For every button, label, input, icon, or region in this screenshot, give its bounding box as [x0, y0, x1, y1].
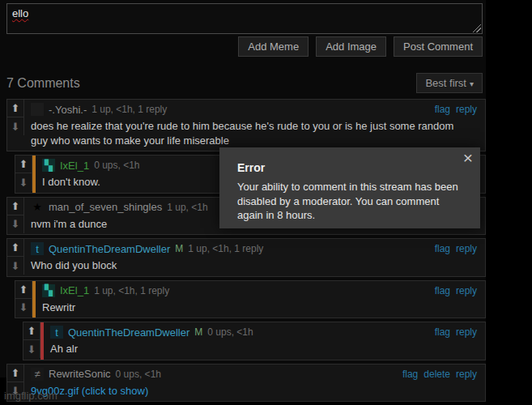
flag-link[interactable]: flag	[435, 243, 450, 254]
comment-meta: 1 up, <1h, 1 reply	[188, 243, 263, 254]
comment-text: does he realize that you're rude to him …	[31, 119, 479, 147]
comment-actions: flagdeletereply	[402, 369, 479, 380]
vote-controls: ⬆ ⬇	[7, 100, 24, 151]
reply-link[interactable]: reply	[456, 326, 477, 338]
comment-meta: 1 up, <1h	[167, 202, 207, 213]
comment-body: t QuentinTheDreamDweller M 0 ups, <1h fl…	[44, 322, 485, 360]
delete-link[interactable]: delete	[423, 369, 450, 380]
upvote-button[interactable]: ⬆	[15, 156, 32, 173]
username-link[interactable]: RewriteSonic	[49, 368, 111, 380]
upvote-button[interactable]: ⬆	[15, 281, 32, 299]
moderator-badge: M	[194, 326, 202, 338]
down-arrow-icon: ⬇	[28, 344, 36, 355]
error-modal-body: Your ability to comment in this stream h…	[237, 180, 462, 223]
downvote-button[interactable]: ⬇	[7, 257, 24, 275]
down-arrow-icon: ⬇	[19, 302, 28, 313]
comment-row: ⬆ ⬇ -.Yoshi.- 1 up, <1h, 1 reply flagrep…	[6, 99, 486, 151]
comment-header: ≠ RewriteSonic 0 ups, <1h flagdeleterepl…	[31, 368, 479, 381]
comment-text: Ah alr	[50, 342, 479, 356]
sort-dropdown-label: Best first	[425, 77, 466, 89]
down-arrow-icon: ⬇	[19, 177, 28, 188]
avatar[interactable]: t	[50, 326, 63, 339]
upvote-button[interactable]: ⬆	[7, 100, 24, 117]
comment-actions: flagreply	[435, 243, 479, 254]
up-arrow-icon: ⬆	[11, 242, 20, 253]
comment-actions: flagreply	[435, 326, 479, 338]
gif-link[interactable]: 9vg00z.gif (click to show)	[31, 384, 479, 399]
flag-link[interactable]: flag	[435, 285, 450, 296]
comments-count-heading: 7 Comments	[6, 76, 80, 91]
downvote-button[interactable]: ⬇	[23, 340, 40, 358]
reply-link[interactable]: reply	[456, 104, 477, 115]
username-link[interactable]: IxEl_1	[60, 284, 89, 296]
reply-link[interactable]: reply	[456, 369, 477, 380]
upvote-button[interactable]: ⬆	[23, 322, 40, 340]
comment-body: -.Yoshi.- 1 up, <1h, 1 reply flagreply d…	[24, 100, 485, 151]
add-meme-button[interactable]: Add Meme	[238, 36, 309, 57]
comment-section-page: ello Add Meme Add Image Post Comment 7 C…	[0, 0, 532, 405]
flag-link[interactable]: flag	[435, 326, 450, 338]
comment-input[interactable]: ello	[6, 3, 483, 34]
downvote-button[interactable]: ⬇	[7, 215, 24, 233]
avatar[interactable]: ★	[31, 201, 44, 214]
post-comment-button[interactable]: Post Comment	[394, 36, 483, 57]
downvote-button[interactable]: ⬇	[7, 117, 24, 135]
avatar[interactable]: t	[31, 242, 44, 255]
add-image-button[interactable]: Add Image	[316, 36, 386, 57]
comment-meta: 0 ups, <1h	[207, 326, 253, 338]
down-arrow-icon: ⬇	[11, 261, 20, 271]
avatar[interactable]: ▚	[42, 159, 55, 172]
imgflip-watermark: imgflip.com	[4, 390, 57, 402]
comment-row: ⬆ ⬇ ≠ RewriteSonic 0 ups, <1h flagdelete…	[6, 364, 486, 403]
comment-row: ⬆ ⬇ t QuentinTheDreamDweller M 0 ups, <1…	[23, 322, 486, 360]
downvote-button[interactable]: ⬇	[15, 173, 32, 191]
sort-dropdown[interactable]: Best first▾	[416, 73, 483, 93]
up-arrow-icon: ⬆	[19, 284, 28, 295]
up-arrow-icon: ⬆	[28, 326, 36, 336]
downvote-button[interactable]: ⬇	[15, 299, 32, 317]
comment-body: ▚ IxEl_1 1 up, <1h, 1 reply flagreply Re…	[36, 281, 485, 318]
comment-input-text: ello	[12, 7, 28, 19]
down-arrow-icon: ⬇	[11, 219, 20, 229]
comment-row: ⬆ ⬇ ▚ IxEl_1 1 up, <1h, 1 reply flagrepl…	[15, 280, 486, 319]
comment-header: ▚ IxEl_1 1 up, <1h, 1 reply flagreply	[42, 284, 479, 297]
error-modal: × Error Your ability to comment in this …	[219, 147, 480, 228]
comment-row: ⬆ ⬇ t QuentinTheDreamDweller M 1 up, <1h…	[6, 238, 486, 277]
username-link[interactable]: QuentinTheDreamDweller	[68, 326, 189, 339]
comment-body: t QuentinTheDreamDweller M 1 up, <1h, 1 …	[24, 239, 485, 276]
upvote-button[interactable]: ⬆	[7, 364, 24, 382]
comment-header: t QuentinTheDreamDweller M 1 up, <1h, 1 …	[31, 242, 479, 255]
up-arrow-icon: ⬆	[19, 159, 28, 169]
comment-meta: 0 ups, <1h	[94, 160, 139, 171]
avatar[interactable]: ≠	[31, 368, 44, 381]
username-link[interactable]: man_of_seven_shingles	[49, 201, 162, 213]
comments-list: ⬆ ⬇ -.Yoshi.- 1 up, <1h, 1 reply flagrep…	[6, 99, 486, 402]
comment-header: t QuentinTheDreamDweller M 0 ups, <1h fl…	[50, 326, 479, 339]
close-icon[interactable]: ×	[463, 149, 473, 166]
vote-controls: ⬆ ⬇	[23, 322, 40, 360]
upvote-button[interactable]: ⬆	[7, 198, 24, 215]
flag-link[interactable]: flag	[435, 104, 450, 115]
comment-actions: flagreply	[435, 285, 479, 296]
resize-handle-icon[interactable]	[473, 24, 481, 32]
upvote-button[interactable]: ⬆	[7, 239, 24, 257]
up-arrow-icon: ⬆	[11, 368, 20, 378]
avatar[interactable]: ▚	[42, 284, 55, 297]
comment-text: Who did you block	[31, 258, 479, 273]
comments-list-header: 7 Comments Best first▾	[6, 73, 483, 93]
comment-meta: 1 up, <1h, 1 reply	[94, 285, 169, 296]
flag-link[interactable]: flag	[402, 369, 418, 380]
moderator-badge: M	[175, 243, 183, 254]
down-arrow-icon: ⬇	[11, 122, 20, 132]
avatar[interactable]	[31, 103, 44, 116]
username-link[interactable]: QuentinTheDreamDweller	[49, 243, 170, 255]
vote-controls: ⬆ ⬇	[15, 281, 32, 318]
up-arrow-icon: ⬆	[11, 103, 20, 113]
username-link[interactable]: IxEl_1	[60, 160, 89, 172]
username-link[interactable]: -.Yoshi.-	[49, 104, 87, 116]
comment-body: ≠ RewriteSonic 0 ups, <1h flagdeleterepl…	[24, 364, 485, 402]
composer-buttons: Add Meme Add Image Post Comment	[6, 36, 483, 57]
reply-link[interactable]: reply	[456, 243, 477, 254]
reply-link[interactable]: reply	[456, 285, 477, 296]
up-arrow-icon: ⬆	[11, 201, 20, 211]
